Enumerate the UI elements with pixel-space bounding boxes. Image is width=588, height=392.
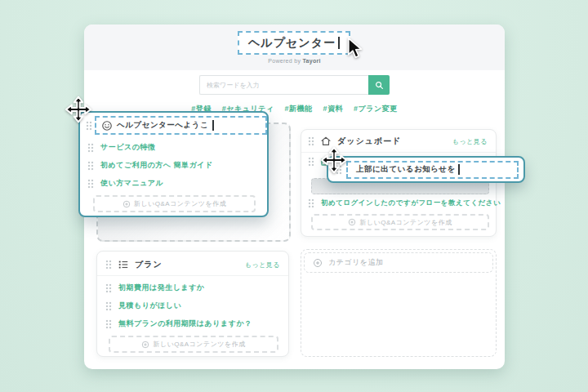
brand-name: Tayori [302, 58, 320, 64]
drag-handle[interactable] [308, 136, 314, 146]
add-qa-content-button[interactable]: 新しいQ&Aコンテンツを作成 [109, 336, 278, 353]
qa-item-title-editor[interactable]: 上部に出ているお知らせを [346, 161, 519, 179]
drag-handle[interactable] [86, 121, 92, 131]
qa-item: サービスの特徴 [87, 142, 155, 153]
home-icon [320, 136, 332, 147]
site-title-text: ヘルプセンター [248, 36, 336, 51]
text-caret [458, 164, 460, 175]
drag-handle[interactable] [87, 143, 94, 153]
tag-link[interactable]: #資料 [323, 104, 344, 114]
divider [97, 275, 288, 276]
site-title-editor[interactable]: ヘルプセンター [238, 31, 350, 55]
category-card-dashboard: ダッシュボード もっと見る 初めてログインしたのですがフローを教えてください 新… [301, 129, 497, 237]
add-qa-label: 新しいQ&Aコンテンツを作成 [134, 199, 226, 208]
qa-item-link[interactable]: 初めてご利用の方へ 簡単ガイド [100, 160, 213, 171]
add-category-button[interactable]: カテゴリを追加 [304, 252, 493, 273]
add-qa-content-button[interactable]: 新しいQ&Aコンテンツを作成 [311, 214, 489, 230]
powered-by: Powered by Tayori [84, 58, 505, 64]
search-button[interactable] [368, 75, 390, 95]
search-bar [199, 75, 390, 95]
qa-item-link[interactable]: 見積もりがほしい [118, 301, 181, 311]
qa-item: 初めてご利用の方へ 簡単ガイド [87, 160, 213, 171]
plus-circle-icon [348, 218, 356, 226]
help-center-editor: #登録 #セキュリティ #新機能 #資料 #プラン変更 ヘルプセンター Powe… [0, 0, 588, 392]
powered-by-prefix: Powered by [268, 58, 301, 64]
list-icon [118, 259, 129, 270]
add-category-zone: カテゴリを追加 [301, 249, 497, 357]
text-caret [212, 120, 214, 131]
add-category-label: カテゴリを追加 [328, 257, 384, 268]
qa-item-link[interactable]: 初めてログインしたのですがフローを教えてください [321, 198, 501, 208]
category-title-text: ヘルプセンターへようこ [117, 120, 208, 131]
drag-handle[interactable] [308, 198, 314, 208]
qa-item: 見積もりがほしい [105, 301, 181, 311]
qa-item-link[interactable]: 使い方マニュアル [100, 178, 163, 189]
qa-item-link[interactable]: サービスの特徴 [100, 142, 155, 153]
qa-item: 使い方マニュアル [87, 178, 163, 189]
add-qa-label: 新しいQ&Aコンテンツを作成 [153, 340, 245, 349]
plus-circle-icon [141, 341, 149, 349]
category-card-welcome[interactable]: ヘルプセンターへようこ サービスの特徴 初めてご利用の方へ 簡単ガイド 使い方マ… [78, 111, 269, 217]
drag-handle[interactable] [87, 179, 94, 189]
add-qa-content-button[interactable]: 新しいQ&Aコンテンツを作成 [93, 195, 256, 212]
tag-link[interactable]: #新機能 [285, 104, 313, 114]
plus-circle-icon [313, 258, 323, 268]
category-title-editor[interactable]: ヘルプセンターへようこ [95, 116, 267, 135]
drag-handle[interactable] [336, 165, 342, 175]
drag-handle[interactable] [105, 283, 112, 293]
category-title-text: プラン [135, 259, 163, 270]
drag-handle[interactable] [308, 157, 314, 167]
see-more-link[interactable]: もっと見る [452, 137, 488, 146]
floating-qa-item-editor[interactable]: 上部に出ているお知らせを [327, 156, 525, 183]
divider [301, 152, 496, 153]
drag-handle[interactable] [105, 260, 112, 270]
plus-circle-icon [122, 200, 131, 208]
add-qa-label: 新しいQ&Aコンテンツを作成 [359, 218, 452, 227]
text-caret [338, 37, 340, 49]
search-icon [375, 81, 384, 90]
qa-item-link[interactable]: 初期費用は発生しますか [118, 283, 205, 293]
see-more-link[interactable]: もっと見る [245, 261, 280, 270]
tag-link[interactable]: #プラン変更 [354, 104, 398, 114]
category-title-text: ダッシュボード [337, 136, 401, 147]
drag-handle[interactable] [87, 161, 94, 171]
drag-handle[interactable] [105, 319, 112, 329]
qa-item-ghost [308, 157, 328, 167]
qa-item: 初期費用は発生しますか [105, 283, 205, 293]
qa-item-title-text: 上部に出ているお知らせを [356, 164, 456, 175]
search-input[interactable] [199, 75, 368, 95]
smiley-icon [101, 120, 113, 131]
qa-item: 無料プランの利用期限はありますか？ [105, 318, 252, 329]
qa-item: 初めてログインしたのですがフローを教えてください [308, 198, 501, 208]
category-card-plan: プラン もっと見る 初期費用は発生しますか 見積もりがほしい 無料プランの利用期… [96, 251, 289, 357]
drag-handle[interactable] [105, 301, 112, 311]
qa-item-link[interactable]: 無料プランの利用期限はありますか？ [118, 318, 252, 329]
